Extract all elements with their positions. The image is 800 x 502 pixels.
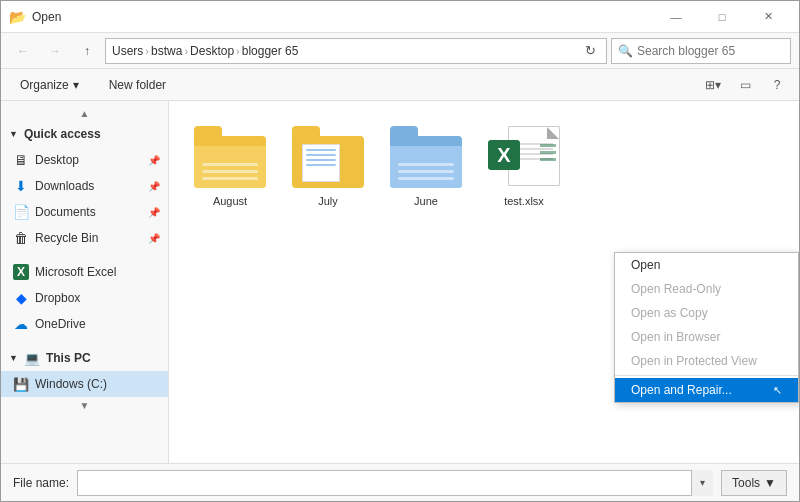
view-icon: ⊞ bbox=[705, 78, 715, 92]
file-item-june[interactable]: June bbox=[381, 117, 471, 217]
sidebar-downloads-label: Downloads bbox=[35, 179, 142, 193]
ctx-separator bbox=[615, 375, 798, 376]
action-toolbar: Organize ▾ New folder ⊞ ▾ ▭ ? bbox=[1, 69, 799, 101]
pin-icon-recycle: 📌 bbox=[148, 233, 160, 244]
ctx-open-as-copy[interactable]: Open as Copy bbox=[615, 301, 798, 325]
ctx-open-readonly[interactable]: Open Read-Only bbox=[615, 277, 798, 301]
preview-pane-button[interactable]: ▭ bbox=[731, 72, 759, 98]
forward-button[interactable]: → bbox=[41, 37, 69, 65]
sidebar-recycle-label: Recycle Bin bbox=[35, 231, 142, 245]
sidebar-item-documents[interactable]: 📄 Documents 📌 bbox=[1, 199, 168, 225]
pin-icon-documents: 📌 bbox=[148, 207, 160, 218]
this-pc-header: ▼ 💻 This PC bbox=[1, 345, 168, 371]
excel-sidebar-icon: X bbox=[13, 264, 29, 280]
up-button[interactable]: ↑ bbox=[73, 37, 101, 65]
ctx-open-in-browser[interactable]: Open in Browser bbox=[615, 325, 798, 349]
search-box[interactable]: 🔍 bbox=[611, 38, 791, 64]
quick-access-expand: ▼ bbox=[9, 129, 18, 139]
documents-icon: 📄 bbox=[13, 204, 29, 220]
tools-button[interactable]: Tools ▼ bbox=[721, 470, 787, 496]
excel-file-icon: X bbox=[488, 126, 560, 188]
sidebar-scroll[interactable]: ▲ ▼ Quick access 🖥 Desktop 📌 ⬇ Downloads… bbox=[1, 101, 168, 463]
ctx-open-repair[interactable]: Open and Repair... ↖ bbox=[615, 378, 798, 402]
scroll-down-arrow[interactable]: ▼ bbox=[1, 397, 168, 413]
june-folder-icon bbox=[390, 126, 462, 188]
sidebar-item-dropbox[interactable]: ◆ Dropbox bbox=[1, 285, 168, 311]
filename-input-wrap: ▾ bbox=[77, 470, 713, 496]
filename-dropdown-button[interactable]: ▾ bbox=[691, 470, 713, 496]
pin-icon-downloads: 📌 bbox=[148, 181, 160, 192]
sidebar-documents-label: Documents bbox=[35, 205, 142, 219]
tools-arrow-icon: ▼ bbox=[764, 476, 776, 490]
filename-input[interactable] bbox=[77, 470, 713, 496]
recycle-icon: 🗑 bbox=[13, 230, 29, 246]
july-label: July bbox=[318, 194, 338, 208]
view-toggle-button[interactable]: ⊞ ▾ bbox=[699, 72, 727, 98]
window-title: Open bbox=[32, 10, 61, 24]
bread-blogger65: blogger 65 bbox=[242, 44, 299, 58]
this-pc-label: This PC bbox=[46, 351, 91, 365]
august-folder-icon bbox=[194, 126, 266, 188]
cursor-indicator: ↖ bbox=[773, 384, 782, 397]
ctx-open-protected[interactable]: Open in Protected View bbox=[615, 349, 798, 373]
this-pc-expand: ▼ bbox=[9, 353, 18, 363]
august-label: August bbox=[213, 194, 247, 208]
sidebar-item-excel[interactable]: X Microsoft Excel bbox=[1, 259, 168, 285]
file-area: August July bbox=[169, 101, 799, 463]
quick-access-label: Quick access bbox=[24, 127, 101, 141]
june-label: June bbox=[414, 194, 438, 208]
back-button[interactable]: ← bbox=[9, 37, 37, 65]
maximize-button[interactable]: □ bbox=[699, 1, 745, 33]
filename-label: File name: bbox=[13, 476, 69, 490]
preview-icon: ▭ bbox=[740, 78, 751, 92]
this-pc-icon: 💻 bbox=[24, 351, 40, 366]
refresh-button[interactable]: ↻ bbox=[580, 41, 600, 61]
bread-bstwa: bstwa bbox=[151, 44, 182, 58]
scroll-up-arrow[interactable]: ▲ bbox=[1, 105, 168, 121]
titlebar: 📂 Open — □ ✕ bbox=[1, 1, 799, 33]
search-input[interactable] bbox=[637, 44, 787, 58]
sidebar-onedrive-label: OneDrive bbox=[35, 317, 160, 331]
sidebar-desktop-label: Desktop bbox=[35, 153, 142, 167]
quick-access-header: ▼ Quick access bbox=[1, 121, 168, 147]
titlebar-left: 📂 Open bbox=[9, 9, 61, 25]
bottom-bar: File name: ▾ Tools ▼ bbox=[1, 463, 799, 501]
close-button[interactable]: ✕ bbox=[745, 1, 791, 33]
bread-users: Users bbox=[112, 44, 143, 58]
titlebar-controls: — □ ✕ bbox=[653, 1, 791, 33]
sidebar-excel-label: Microsoft Excel bbox=[35, 265, 160, 279]
bread-desktop: Desktop bbox=[190, 44, 234, 58]
main-area: ▲ ▼ Quick access 🖥 Desktop 📌 ⬇ Downloads… bbox=[1, 101, 799, 463]
open-dialog: 📂 Open — □ ✕ ← → ↑ Users › bstwa › Deskt… bbox=[0, 0, 800, 502]
ctx-open[interactable]: Open bbox=[615, 253, 798, 277]
sidebar-dropbox-label: Dropbox bbox=[35, 291, 160, 305]
minimize-button[interactable]: — bbox=[653, 1, 699, 33]
view-controls: ⊞ ▾ ▭ ? bbox=[699, 72, 791, 98]
dropbox-icon: ◆ bbox=[13, 290, 29, 306]
context-menu: Open Open Read-Only Open as Copy Open in… bbox=[614, 252, 799, 403]
onedrive-icon: ☁ bbox=[13, 316, 29, 332]
address-bar[interactable]: Users › bstwa › Desktop › blogger 65 ↻ bbox=[105, 38, 607, 64]
breadcrumb: Users › bstwa › Desktop › blogger 65 bbox=[112, 44, 576, 58]
organize-button[interactable]: Organize ▾ bbox=[9, 72, 90, 98]
file-item-august[interactable]: August bbox=[185, 117, 275, 217]
new-folder-button[interactable]: New folder bbox=[98, 72, 177, 98]
downloads-icon: ⬇ bbox=[13, 178, 29, 194]
file-item-testxlsx[interactable]: X test.xlsx bbox=[479, 117, 569, 217]
search-icon: 🔍 bbox=[618, 44, 633, 58]
sidebar-windows-c-label: Windows (C:) bbox=[35, 377, 160, 391]
help-button[interactable]: ? bbox=[763, 72, 791, 98]
help-icon: ? bbox=[774, 78, 781, 92]
sidebar-item-onedrive[interactable]: ☁ OneDrive bbox=[1, 311, 168, 337]
july-folder-icon bbox=[292, 126, 364, 188]
file-item-july[interactable]: July bbox=[283, 117, 373, 217]
sidebar-item-recycle[interactable]: 🗑 Recycle Bin 📌 bbox=[1, 225, 168, 251]
sidebar: ▲ ▼ Quick access 🖥 Desktop 📌 ⬇ Downloads… bbox=[1, 101, 169, 463]
sidebar-item-windows-c[interactable]: 💾 Windows (C:) bbox=[1, 371, 168, 397]
sidebar-item-desktop[interactable]: 🖥 Desktop 📌 bbox=[1, 147, 168, 173]
view-dropdown-icon: ▾ bbox=[715, 78, 721, 92]
sidebar-item-downloads[interactable]: ⬇ Downloads 📌 bbox=[1, 173, 168, 199]
organize-dropdown-icon: ▾ bbox=[73, 78, 79, 92]
tools-label: Tools bbox=[732, 476, 760, 490]
desktop-icon: 🖥 bbox=[13, 152, 29, 168]
